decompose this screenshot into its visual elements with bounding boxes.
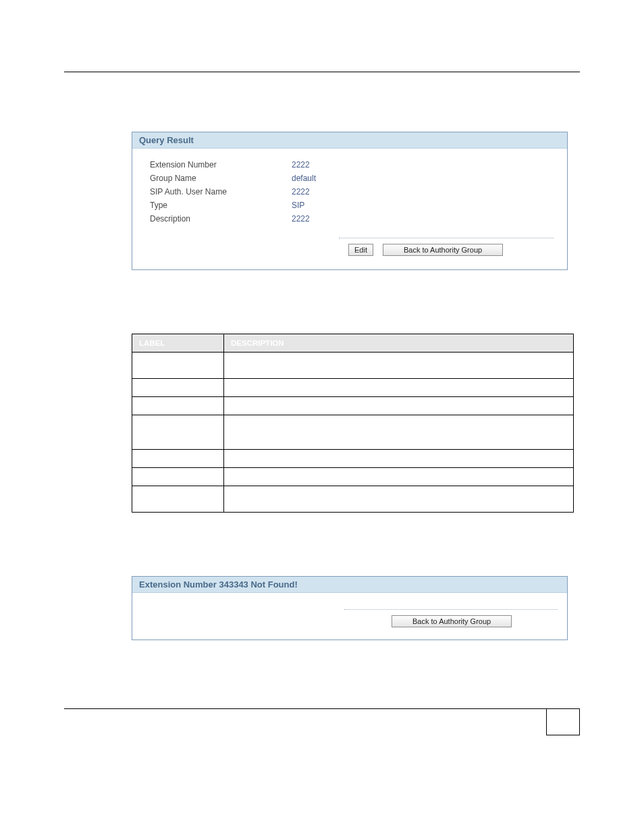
- label-type: Type: [150, 201, 292, 210]
- panel2-divider: [344, 609, 558, 610]
- cell-label: Group Name: [132, 379, 224, 397]
- table-row: Back to Authority Group Click to return …: [132, 486, 574, 513]
- back-to-authority-button[interactable]: Back to Authority Group: [383, 244, 503, 256]
- edit-button[interactable]: Edit: [348, 244, 373, 256]
- th-description: DESCRIPTION: [224, 334, 574, 353]
- row-extension-number: Extension Number 2222: [150, 158, 554, 172]
- value-description: 2222: [292, 214, 310, 224]
- label-extension-number: Extension Number: [150, 160, 292, 170]
- table-row: Extension Number This field displays the…: [132, 353, 574, 379]
- cell-label: Description: [132, 450, 224, 468]
- value-sip-auth: 2222: [292, 187, 310, 197]
- panel2-intro: If the extension is not part of any auth…: [64, 538, 580, 552]
- header-rule: [64, 72, 580, 72]
- table-caption: Table 45 The Query Result Screen: [68, 318, 580, 328]
- cell-desc: This field displays the SIP user name of…: [224, 397, 574, 415]
- intro-paragraph: Otherwise, if an extension exists, the f…: [64, 88, 580, 103]
- panel-title: Query Result: [132, 132, 567, 149]
- cell-desc: This field displays additional informati…: [224, 450, 574, 468]
- table-row: Group Name This field displays the name …: [132, 379, 574, 397]
- cell-desc: Click to return to the screen where you …: [224, 486, 574, 513]
- figure-caption-1: Figure 74 The Query Result Screen: [68, 115, 580, 125]
- row-group-name: Group Name default: [150, 172, 554, 185]
- table-row: Description This field displays addition…: [132, 450, 574, 468]
- cell-label: Extension Number: [132, 353, 224, 379]
- table-row: SIP Auth. User Name This field displays …: [132, 397, 574, 415]
- value-type: SIP: [292, 201, 304, 210]
- query-result-panel: Query Result Extension Number 2222 Group…: [132, 132, 568, 270]
- cell-label: Edit: [132, 468, 224, 486]
- value-extension-number: 2222: [292, 160, 310, 170]
- not-found-panel: Extension Number 343343 Not Found! Back …: [132, 576, 568, 640]
- label-description: Description: [150, 214, 292, 224]
- description-table: LABEL DESCRIPTION Extension Number This …: [132, 334, 574, 513]
- cell-desc: This field displays the extension number…: [224, 353, 574, 379]
- cell-desc: This field displays the type of the exte…: [224, 415, 574, 450]
- table-intro-text: The following table describes the labels…: [64, 297, 580, 311]
- back-to-authority-button-2[interactable]: Back to Authority Group: [392, 615, 512, 627]
- panel-divider: [339, 238, 554, 238]
- page-number: 135: [546, 708, 580, 735]
- cell-label: Back to Authority Group: [132, 486, 224, 513]
- label-sip-auth: SIP Auth. User Name: [150, 187, 292, 197]
- row-sip-auth: SIP Auth. User Name 2222: [150, 185, 554, 199]
- cell-label: SIP Auth. User Name: [132, 397, 224, 415]
- cell-desc: Click to go to a screen to change the ex…: [224, 468, 574, 486]
- chapter-header: Chapter 10 Extension Management: [64, 27, 580, 38]
- page-footer: IPPBX2000 User's Guide 135: [64, 708, 580, 735]
- footer-doc-title: IPPBX2000 User's Guide: [64, 713, 163, 723]
- cell-label: Type: [132, 415, 224, 450]
- label-group-name: Group Name: [150, 174, 292, 183]
- table-row: Edit Click to go to a screen to change t…: [132, 468, 574, 486]
- table-row: Type This field displays the type of the…: [132, 415, 574, 450]
- panel2-title: Extension Number 343343 Not Found!: [132, 577, 567, 593]
- figure-caption-2: Figure 75 The Extension Not Found Screen: [68, 559, 580, 569]
- value-group-name: default: [292, 174, 316, 183]
- row-description: Description 2222: [150, 212, 554, 226]
- row-type: Type SIP: [150, 199, 554, 212]
- th-label: LABEL: [132, 334, 224, 353]
- closing-paragraph: Click Back to Authority Group to return …: [64, 660, 580, 675]
- cell-desc: This field displays the name of the auth…: [224, 379, 574, 397]
